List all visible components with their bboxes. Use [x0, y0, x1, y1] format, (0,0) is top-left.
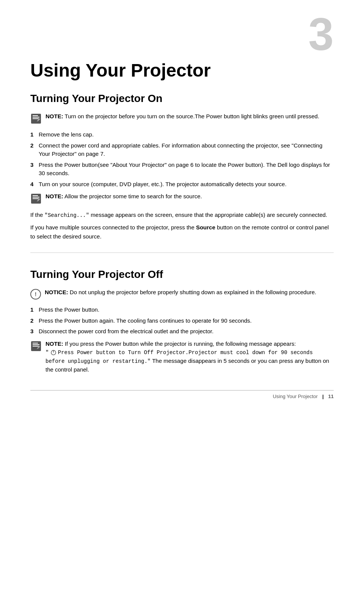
note-text-2: NOTE: Allow the projector some time to s…: [46, 192, 202, 201]
notice-text: NOTICE: Do not unplug the projector befo…: [45, 288, 316, 297]
note-icon-off: [30, 340, 42, 352]
searching-mono: "Searching...": [45, 212, 89, 218]
svg-text:!: !: [35, 291, 37, 297]
note-mono-end-off: ": [147, 358, 151, 364]
svg-rect-15: [33, 343, 38, 343]
section-off-heading: Turning Your Projector Off: [30, 268, 334, 281]
svg-rect-1: [33, 115, 38, 116]
notice-icon: !: [30, 289, 41, 300]
step-off-3: 3 Disconnect the power cord from the ele…: [30, 327, 334, 336]
step-on-1: 1 Remove the lens cap.: [30, 130, 334, 139]
step-off-1: 1 Press the Power button.: [30, 306, 334, 314]
chapter-title: Using Your Projector: [30, 61, 334, 81]
step-off-2-number: 2: [30, 317, 39, 325]
step-on-1-number: 1: [30, 130, 39, 139]
notice-label: NOTICE:: [45, 289, 68, 295]
para2-bold: Source: [196, 224, 215, 231]
note-icon-1: [30, 113, 42, 124]
step-on-2: 2 Connect the power cord and appropriate…: [30, 141, 334, 158]
step-on-4: 4 Turn on your source (computer, DVD pla…: [30, 180, 334, 189]
step-on-4-text: Turn on your source (computer, DVD playe…: [39, 180, 334, 189]
svg-rect-3: [33, 118, 39, 119]
section-on-heading: Turning Your Projector On: [30, 92, 334, 105]
step-off-1-number: 1: [30, 306, 39, 314]
section-divider: [30, 253, 334, 253]
svg-rect-9: [33, 198, 39, 199]
footer: Using Your Projector | 11: [30, 390, 334, 399]
notice-block: ! NOTICE: Do not unplug the projector be…: [30, 288, 334, 300]
step-off-1-text: Press the Power button.: [39, 306, 334, 314]
para-searching: If the "Searching..." message appears on…: [30, 210, 334, 220]
chapter-number: 3: [308, 11, 334, 57]
note-icon-2: [30, 193, 42, 204]
step-on-3-text: Press the Power button(see "About Your P…: [39, 161, 334, 178]
footer-section-label: Using Your Projector: [273, 394, 318, 399]
step-off-2: 2 Press the Power button again. The cool…: [30, 317, 334, 325]
step-off-3-text: Disconnect the power cord from the elect…: [39, 327, 334, 336]
note-block-1: NOTE: Turn on the projector before you t…: [30, 112, 334, 124]
note-block-2: NOTE: Allow the projector some time to s…: [30, 192, 334, 204]
svg-rect-17: [33, 346, 39, 347]
step-on-4-number: 4: [30, 180, 39, 189]
note-text-off: NOTE: If you press the Power button whil…: [46, 340, 334, 374]
note-label-1: NOTE:: [46, 113, 63, 119]
note-label-2: NOTE:: [46, 193, 63, 199]
page: 3 Using Your Projector Turning Your Proj…: [0, 0, 364, 411]
note-body-1: Turn on the projector before you turn on…: [65, 113, 320, 119]
svg-rect-16: [33, 344, 39, 345]
power-icon-inline: [50, 350, 56, 356]
svg-rect-8: [33, 197, 39, 198]
para-multiple-sources: If you have multiple sources connected t…: [30, 223, 334, 241]
step-on-1-text: Remove the lens cap.: [39, 130, 334, 139]
note-block-off: NOTE: If you press the Power button whil…: [30, 340, 334, 374]
step-off-2-text: Press the Power button again. The coolin…: [39, 317, 334, 325]
section-on: Turning Your Projector On NOTE: Turn on …: [30, 92, 334, 241]
section-off: Turning Your Projector Off ! NOTICE: Do …: [30, 268, 334, 374]
note-text-prefix-off: If you press the Power button while the …: [65, 340, 296, 347]
notice-body-text: Do not unplug the projector before prope…: [70, 289, 316, 295]
footer-pipe: |: [322, 394, 324, 399]
step-on-2-number: 2: [30, 141, 39, 150]
para2-prefix: If you have multiple sources connected t…: [30, 224, 196, 231]
step-on-3-number: 3: [30, 161, 39, 169]
note-body-2-text: Allow the projector some time to search …: [64, 193, 202, 199]
step-off-3-number: 3: [30, 327, 39, 336]
step-on-3: 3 Press the Power button(see "About Your…: [30, 161, 334, 178]
note-text-1: NOTE: Turn on the projector before you t…: [46, 112, 319, 121]
svg-rect-7: [33, 195, 38, 196]
svg-rect-2: [33, 117, 39, 118]
note-mono-off: ": [46, 350, 49, 356]
step-on-2-text: Connect the power cord and appropriate c…: [39, 141, 334, 158]
footer-page: 11: [328, 394, 334, 399]
note-label-off: NOTE:: [46, 340, 63, 347]
